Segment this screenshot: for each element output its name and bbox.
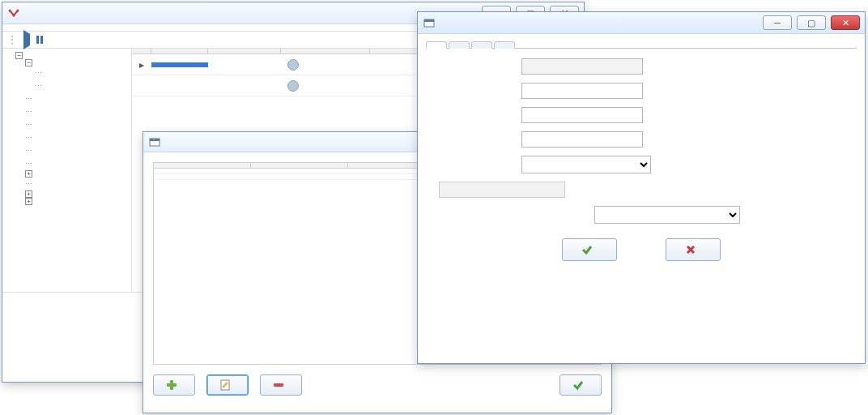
window-icon [148,135,161,148]
row-indicator-icon: ▸ [132,59,151,71]
edit-titlebar: ─ ▢ ✕ [418,12,865,34]
user-icon [287,59,299,71]
extension-type-select[interactable] [521,156,651,173]
svg-rect-10 [274,383,283,387]
add-button[interactable] [153,374,195,396]
svg-point-0 [9,10,11,12]
expand-icon[interactable]: + [25,170,32,178]
check-icon [581,243,594,256]
auth-type-select[interactable] [594,206,740,224]
edit-extension-dialog: ─ ▢ ✕ [417,11,866,364]
col-extension[interactable] [154,163,251,168]
toolbar-grip-icon: ⋮ [7,34,17,45]
collapse-icon[interactable]: − [15,52,23,59]
svg-point-6 [153,139,155,141]
tree-conferencerooms[interactable]: + [25,190,128,198]
pause-icon[interactable] [36,36,43,44]
tree-extensions[interactable]: − [25,59,128,66]
tree-ringgroups[interactable]: ⋯ [25,157,128,170]
password-field[interactable] [521,107,643,123]
user-icon [287,80,299,92]
close-button[interactable]: ✕ [831,15,860,30]
svg-point-5 [151,139,153,141]
tree-ext-102[interactable]: ⋯ [35,79,128,92]
update-button[interactable] [562,238,617,261]
svg-rect-12 [424,19,434,22]
tab-basic[interactable] [426,41,447,49]
window-icon [423,16,436,29]
tree-parkingslots[interactable]: ⋯ [25,144,128,157]
collapse-icon[interactable]: − [25,59,32,66]
tree-panel: − − ⋯ ⋯ ⋯ ⋯ ⋯ ⋯ ⋯ ⋯ + ⋯ + + [2,49,132,292]
minimize-button[interactable]: ─ [763,15,792,30]
svg-rect-4 [150,139,160,141]
svg-rect-8 [167,383,177,387]
tree-huntgroups[interactable]: ⋯ [25,131,128,144]
col-name[interactable] [208,49,281,53]
tree-ext-101[interactable]: ⋯ [35,66,128,79]
tree-monitorgroups[interactable]: ⋯ [25,178,128,190]
tree-dialplans[interactable]: ⋯ [25,105,128,118]
svg-point-2 [13,15,15,17]
svg-point-1 [17,10,19,12]
tab-advanced[interactable] [449,41,470,49]
tab-callforwarding[interactable] [494,41,515,49]
delete-button[interactable] [260,374,302,396]
tree-ivrmenus[interactable]: + [25,170,128,178]
email-field[interactable] [521,131,643,148]
tree-root[interactable]: − [15,52,128,59]
extension-field[interactable] [521,58,643,75]
minus-icon [272,379,285,391]
col-exten[interactable] [151,49,208,53]
tab-strip [426,41,857,49]
tab-voicemail[interactable] [471,41,492,49]
tree-sipaccounts[interactable]: ⋯ [25,92,128,105]
check-icon [572,379,585,391]
col-name[interactable] [251,163,348,168]
ok-button[interactable] [560,374,602,396]
plus-icon [165,379,178,391]
col-status[interactable] [281,49,370,53]
x-icon [684,243,697,256]
edit-button[interactable] [206,374,249,396]
cancel-button[interactable] [666,238,721,261]
expand-icon[interactable]: + [25,198,32,205]
tree-channels[interactable]: + [25,198,128,205]
virtual-address-field[interactable] [439,182,565,198]
username-field[interactable] [521,83,643,99]
play-icon[interactable] [23,34,30,45]
maximize-button[interactable]: ▢ [797,15,826,30]
app-icon [7,6,20,19]
form-basic [418,49,865,271]
pencil-icon [219,379,232,391]
tree-acdagents[interactable]: ⋯ [25,118,128,131]
